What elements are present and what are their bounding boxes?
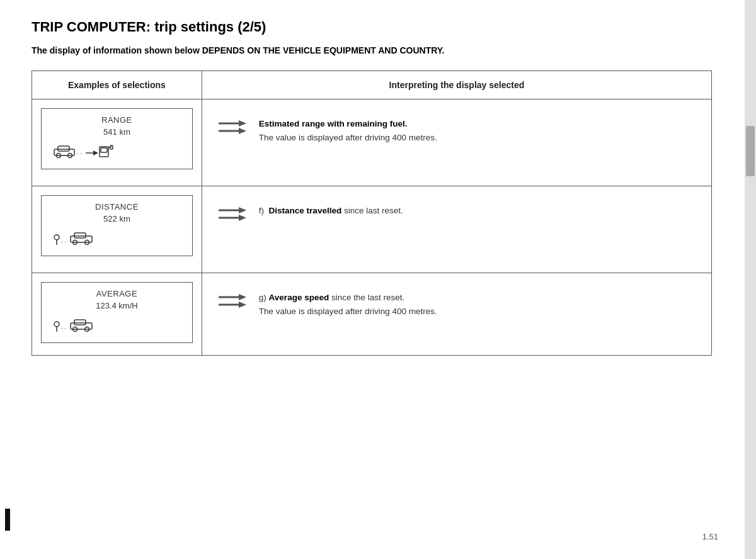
table-row: AVERAGE 123.4 km/H . . [32, 273, 712, 356]
average-icon: . . [50, 315, 183, 335]
svg-rect-0 [54, 149, 74, 155]
black-mark [5, 509, 10, 531]
double-arrow-range [217, 118, 248, 138]
interpret-text-average: g) Average speed since the last reset.Th… [259, 291, 437, 318]
svg-text:. .: . . [61, 237, 66, 244]
interpret-bold-range: Estimated range with remaining fuel. [259, 119, 408, 128]
display-box-range: RANGE 541 km [41, 108, 193, 169]
interpret-distance: f) Distance travelled since last reset. [202, 186, 711, 268]
interpret-bold-average: Average speed [269, 293, 329, 302]
display-box-average: AVERAGE 123.4 km/H . . [41, 282, 193, 343]
interpret-bold-distance: Distance travelled [269, 206, 342, 215]
page-title: TRIP COMPUTER: trip settings (2/5) [32, 19, 724, 35]
interpret-rest-range: The value is displayed after driving 400… [259, 133, 437, 142]
average-car-svg: . . [53, 315, 103, 333]
col1-header: Examples of selections [32, 71, 202, 99]
svg-marker-25 [239, 215, 246, 221]
bottom-bar [0, 0, 19, 559]
interpret-rest-distance-span: since last reset. [341, 206, 403, 215]
example-average: AVERAGE 123.4 km/H . . [32, 273, 202, 352]
svg-rect-19 [74, 233, 86, 238]
table-row: DISTANCE 522 km . . [32, 186, 712, 273]
average-value: 123.4 km/H [50, 301, 183, 310]
svg-rect-30 [74, 320, 86, 325]
svg-text:. .: . . [77, 149, 82, 155]
interpret-text-range: Estimated range with remaining fuel. The… [259, 117, 437, 144]
table-row: RANGE 541 km [32, 99, 712, 186]
distance-icon: . . [50, 229, 183, 248]
scrollbar-thumb[interactable] [746, 126, 755, 176]
svg-marker-34 [239, 294, 246, 300]
svg-rect-10 [110, 145, 113, 149]
example-range: RANGE 541 km [32, 99, 202, 186]
distance-car-svg: . . [53, 229, 103, 246]
col2-header: Interpreting the display selected [202, 71, 711, 99]
svg-marker-12 [239, 120, 246, 127]
average-label: AVERAGE [50, 289, 183, 298]
page-number: 1.51 [702, 532, 718, 541]
svg-point-26 [54, 322, 59, 327]
double-arrow-distance [217, 205, 248, 225]
display-box-distance: DISTANCE 522 km . . [41, 195, 193, 256]
svg-marker-14 [239, 128, 246, 134]
range-icon: . . [50, 142, 183, 161]
interpret-letter-distance-span: f) [259, 206, 269, 215]
interpret-average: g) Average speed since the last reset.Th… [202, 273, 711, 355]
svg-marker-36 [239, 302, 246, 308]
example-distance: DISTANCE 522 km . . [32, 186, 202, 273]
svg-marker-6 [93, 150, 98, 155]
main-table: Examples of selections Interpreting the … [32, 71, 712, 356]
interpret-range: Estimated range with remaining fuel. The… [202, 99, 711, 181]
double-arrow-average [217, 292, 248, 312]
scrollbar[interactable] [745, 0, 756, 559]
range-label: RANGE [50, 115, 183, 125]
interpret-letter-average: g) [259, 293, 269, 302]
svg-rect-8 [101, 148, 107, 152]
svg-point-15 [54, 235, 59, 240]
interpret-text-distance: f) Distance travelled since last reset. [259, 204, 403, 218]
svg-text:. .: . . [61, 324, 66, 330]
distance-label: DISTANCE [50, 202, 183, 212]
page-subtitle: The display of information shown below D… [32, 45, 724, 55]
distance-value: 522 km [50, 214, 183, 223]
svg-marker-23 [239, 207, 246, 213]
range-car-svg: . . [53, 142, 116, 159]
range-value: 541 km [50, 127, 183, 137]
svg-rect-1 [58, 146, 69, 151]
